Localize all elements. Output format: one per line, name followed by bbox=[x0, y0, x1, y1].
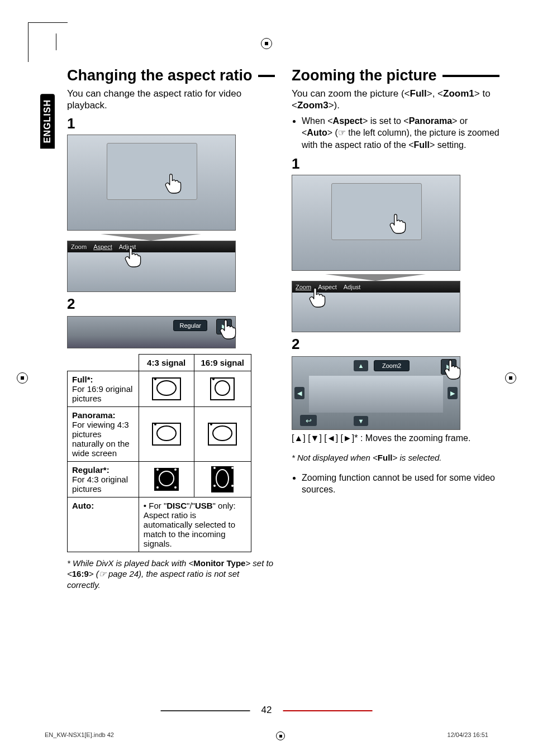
bullet-auto-note: When <Aspect> is set to <Panorama> or <A… bbox=[292, 115, 499, 151]
back-button[interactable]: ↩ bbox=[300, 415, 317, 426]
pict-reg-43 bbox=[139, 461, 194, 497]
screenshot-zoom-control: ▲ Zoom2 ▶ ◀ ▶ ▼ ↩ bbox=[292, 356, 460, 430]
screenshot-aspect-select: Regular ▶ bbox=[67, 316, 236, 348]
nav-down[interactable]: ▼ bbox=[354, 416, 368, 426]
bullet-limitation: Zooming function cannot be used for some… bbox=[292, 472, 499, 496]
footnote-zoom: * Not displayed when <Full> is selected. bbox=[292, 452, 499, 463]
menu-zoom[interactable]: Zoom bbox=[71, 243, 87, 250]
aspect-table: 4:3 signal 16:9 signal Full*:For 16:9 or… bbox=[67, 354, 251, 552]
footnote-aspect: * While DivX is played back with <Monito… bbox=[67, 558, 275, 591]
registration-mark-right bbox=[505, 372, 516, 384]
col-169: 16:9 signal bbox=[194, 354, 251, 371]
pict-full-43 bbox=[139, 371, 194, 406]
hand-icon bbox=[123, 246, 144, 268]
row-panorama: Panorama:For viewing 4:3 pictures natura… bbox=[68, 406, 139, 461]
pict-reg-169 bbox=[194, 461, 251, 497]
page-number: 42 bbox=[261, 705, 272, 716]
registration-mark-top bbox=[261, 38, 272, 49]
menu-adjust[interactable]: Adjust bbox=[344, 284, 361, 290]
step-2: 2 bbox=[67, 295, 275, 313]
footer: EN_KW-NSX1[E].indb 42 12/04/23 16:51 bbox=[45, 731, 488, 740]
screenshot-aspect-menu: Zoom Aspect Adjust bbox=[67, 241, 236, 292]
row-full: Full*:For 16:9 original pictures bbox=[68, 371, 139, 406]
footer-left: EN_KW-NSX1[E].indb 42 bbox=[45, 731, 114, 740]
heading-zoom-text: Zooming the picture bbox=[292, 67, 437, 84]
nav-right[interactable]: ▶ bbox=[448, 387, 458, 399]
flow-arrow bbox=[292, 274, 459, 281]
zoom-caption: [▲] [▼] [◄] [►]* : Moves the zooming fra… bbox=[292, 433, 499, 443]
row-auto: Auto: bbox=[68, 497, 139, 552]
zoom-scene bbox=[309, 376, 443, 413]
heading-aspect-text: Changing the aspect ratio bbox=[67, 67, 253, 84]
screenshot-zoom-touch bbox=[292, 175, 460, 271]
footer-right: 12/04/23 16:51 bbox=[448, 731, 488, 740]
language-tab: ENGLISH bbox=[40, 94, 55, 149]
row-regular: Regular*:For 4:3 original pictures bbox=[68, 461, 139, 497]
registration-mark-left bbox=[17, 372, 28, 384]
rule bbox=[258, 75, 275, 77]
aspect-value: Regular bbox=[173, 320, 207, 331]
rule bbox=[442, 75, 500, 77]
hand-icon bbox=[443, 358, 463, 380]
pict-pano-43 bbox=[139, 406, 194, 461]
step-2r: 2 bbox=[292, 336, 499, 353]
col-43: 4:3 signal bbox=[139, 354, 194, 371]
screenshot-zoom-menu: Zoom Aspect Adjust bbox=[292, 281, 460, 332]
heading-zoom: Zooming the picture bbox=[292, 67, 499, 84]
nav-up[interactable]: ▲ bbox=[354, 360, 368, 371]
hand-icon bbox=[218, 318, 239, 340]
hand-icon bbox=[164, 172, 184, 194]
menu-aspect[interactable]: Aspect bbox=[93, 243, 112, 250]
zoom-value: Zoom2 bbox=[374, 360, 410, 371]
flow-arrow bbox=[67, 234, 235, 241]
pict-full-169 bbox=[194, 371, 251, 406]
lead-aspect: You can change the aspect ratio for vide… bbox=[67, 88, 275, 112]
step-1r: 1 bbox=[292, 155, 499, 173]
hand-icon bbox=[308, 286, 328, 308]
crop-mark bbox=[56, 34, 68, 50]
pict-pano-169 bbox=[194, 406, 251, 461]
nav-left[interactable]: ◀ bbox=[294, 387, 304, 399]
heading-aspect: Changing the aspect ratio bbox=[67, 67, 275, 84]
step-1: 1 bbox=[67, 115, 275, 132]
row-auto-desc: • For "DISC"/"USB" only: Aspect ratio is… bbox=[139, 497, 251, 552]
lead-zoom: You can zoom the picture (<Full>, <Zoom1… bbox=[292, 88, 499, 112]
screenshot-aspect-touch bbox=[67, 135, 236, 231]
registration-mark-bottom bbox=[276, 731, 285, 740]
hand-icon bbox=[388, 212, 408, 235]
